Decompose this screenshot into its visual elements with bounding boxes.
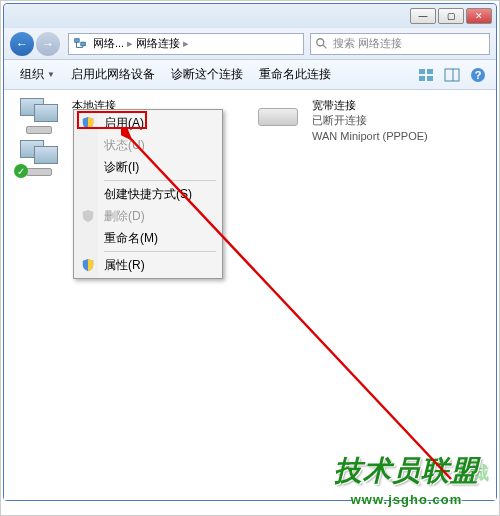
titlebar: — ▢ ✕: [4, 4, 496, 28]
breadcrumb[interactable]: 网络... ▸ 网络连接 ▸: [68, 33, 304, 55]
svg-rect-0: [75, 38, 79, 42]
annotation-arrow: [121, 129, 461, 489]
chevron-down-icon: ▼: [47, 70, 55, 79]
forward-button[interactable]: →: [36, 32, 60, 56]
svg-point-5: [317, 38, 324, 45]
network-adapter-icon: ✓: [16, 140, 64, 176]
help-button[interactable]: ?: [468, 65, 488, 85]
diagnose-button[interactable]: 诊断这个连接: [163, 66, 251, 83]
shield-icon: [80, 115, 96, 131]
svg-rect-8: [427, 69, 433, 74]
watermark-url: www.jsgho.com: [334, 492, 479, 507]
svg-rect-9: [419, 76, 425, 81]
navbar: ← → 网络... ▸ 网络连接 ▸ 搜索 网络连接: [4, 28, 496, 60]
chevron-right-icon: ▸: [183, 37, 189, 50]
svg-rect-10: [427, 76, 433, 81]
organize-menu[interactable]: 组织▼: [12, 66, 63, 83]
network-icon: [73, 37, 87, 51]
minimize-button[interactable]: —: [410, 8, 436, 24]
breadcrumb-seg-2[interactable]: 网络连接: [133, 36, 183, 51]
svg-rect-7: [419, 69, 425, 74]
svg-line-6: [323, 44, 327, 48]
toolbar: 组织▼ 启用此网络设备 诊断这个连接 重命名此连接 ?: [4, 60, 496, 90]
svg-text:?: ?: [475, 69, 482, 81]
enable-device-button[interactable]: 启用此网络设备: [63, 66, 163, 83]
close-button[interactable]: ✕: [466, 8, 492, 24]
network-adapter-icon: [16, 98, 64, 134]
search-input[interactable]: 搜索 网络连接: [310, 33, 490, 55]
back-button[interactable]: ←: [10, 32, 34, 56]
maximize-button[interactable]: ▢: [438, 8, 464, 24]
shield-icon: [80, 208, 96, 224]
shield-icon: [80, 257, 96, 273]
status-ok-icon: ✓: [14, 164, 28, 178]
breadcrumb-seg-1[interactable]: 网络...: [90, 36, 127, 51]
search-icon: [315, 37, 329, 51]
rename-button[interactable]: 重命名此连接: [251, 66, 339, 83]
svg-line-16: [129, 137, 451, 479]
connection-name: 宽带连接: [312, 98, 428, 113]
svg-rect-1: [81, 42, 85, 46]
svg-rect-11: [445, 69, 459, 81]
view-options-button[interactable]: [416, 65, 436, 85]
preview-pane-button[interactable]: [442, 65, 462, 85]
connection-local-2[interactable]: ✓: [16, 140, 64, 176]
connection-status: 已断开连接: [312, 113, 428, 128]
search-placeholder: 搜索 网络连接: [333, 36, 402, 51]
